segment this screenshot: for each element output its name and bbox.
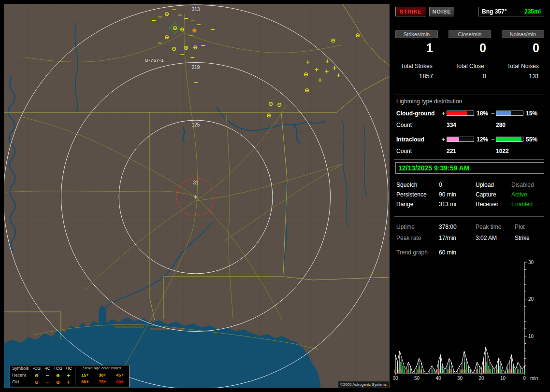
x-tick-label: 20 [478, 376, 484, 381]
cloud-ground-row: Cloud-ground + 18% − 15% [392, 110, 547, 118]
x-tick-label: 50 [414, 376, 420, 381]
total-strikes-label: Total Strikes [395, 63, 438, 70]
total-close-label: Total Close [449, 63, 491, 70]
cg-plus-bar-fill [447, 111, 467, 115]
peak-time-label: Peak time [476, 224, 501, 230]
status-row-1: Uptime 378:00 Peak time Plot [392, 224, 550, 231]
noise-mode-button[interactable]: NOISE [429, 7, 454, 16]
minus-sign: − [491, 136, 494, 143]
legend-symbol: ⊕ [53, 373, 63, 378]
total-close: Total Close 0 [449, 63, 491, 80]
x-tick-label: 60 [393, 376, 398, 381]
intracloud-count-row: Count 221 1022 [392, 148, 547, 155]
ic-minus-pct: 55% [526, 136, 537, 143]
distribution-title: Lightning type distribution [396, 98, 462, 105]
legend-symbol: − [42, 373, 53, 378]
bearing-range: 235mi [524, 7, 544, 16]
total-noises-label: Total Noises [502, 63, 544, 70]
plus-sign: + [442, 110, 445, 117]
divider [394, 107, 544, 107]
x-tick-label: 40 [435, 376, 441, 381]
age-code: 90+ [113, 379, 127, 384]
bearing-readout: Bng 357° 235mi [478, 7, 544, 16]
legend-recent-row: Recent ⊖ − ⊕ + 15+ 30+ 45+ [10, 372, 129, 379]
legend-header-row: Symbols -CG -IC +CG +IC Strike age color… [10, 365, 129, 372]
legend-col-pos-cg: +CG [53, 366, 63, 371]
legend-age-header: Strike age color codes [76, 366, 128, 370]
age-code: 15+ [78, 373, 92, 378]
status-row-2: Peak rate 17/min 3:02 AM Strike [392, 235, 550, 242]
copyright-notice: ©2005 Astrogenic Systems [337, 381, 390, 388]
ic-plus-bar-fill [447, 137, 459, 141]
map-canvas: 31321912531 [4, 4, 390, 388]
x-tick-label: 10 [500, 376, 506, 381]
settings-row-squelch: Squelch 0 Upload Disabled [392, 182, 550, 189]
plot-value: Strike [515, 235, 530, 241]
persistence-value: 90 min [439, 191, 456, 198]
totals-row: Total Strikes 1857 Total Close 0 Total N… [392, 63, 547, 85]
peak-rate-label: Peak rate [396, 235, 421, 241]
trend-graph-window: 60 min [439, 249, 456, 256]
cg-plus-count: 334 [447, 122, 456, 128]
legend-symbol: ⊖ [31, 379, 42, 385]
noises-per-min-value: 0 [502, 41, 544, 55]
control-panel: STRIKE NOISE Bng 357° 235mi Strikes/min … [392, 4, 550, 388]
age-code: 45+ [113, 373, 127, 378]
cg-minus-pct: 15% [526, 110, 537, 117]
trend-graph-header: Trend graph 60 min [392, 249, 547, 257]
nexstorm-app-window: 31321912531 −−−−⊖−−−−⊖⊖⊕−⊖−⊖⊕⊖−−−−−⊖⊖+++… [0, 0, 550, 392]
cg-plus-pct: 18% [477, 110, 488, 117]
squelch-label: Squelch [396, 182, 417, 188]
plus-sign: + [442, 136, 445, 143]
barrier-island [115, 326, 144, 328]
map-legend: Symbols -CG -IC +CG +IC Strike age color… [10, 365, 130, 387]
ic-minus-count: 1022 [496, 148, 509, 154]
plot-label: Plot [515, 224, 525, 230]
divider [394, 95, 544, 95]
strikes-per-min-value: 1 [395, 41, 438, 55]
upload-status: Disabled [511, 182, 534, 188]
legend-recent-label: Recent [12, 373, 26, 378]
persistence-label: Persistence [396, 191, 427, 198]
legend-col-neg-cg: -CG [31, 366, 42, 371]
cg-minus-bar-fill [496, 111, 511, 115]
receiver-label: Receiver [476, 201, 498, 208]
rates-row: Strikes/min 1 Close/min 0 Noises/min 0 [392, 30, 547, 59]
x-tick-label: 30 [457, 376, 463, 381]
cloud-ground-count-row: Count 334 280 [392, 122, 547, 129]
mode-bar: STRIKE NOISE Bng 357° 235mi [392, 7, 547, 17]
receiver-status: Enabled [511, 201, 533, 208]
y-tick-label: 20 [528, 296, 534, 302]
range-ring-label-219: 219 [192, 65, 200, 70]
capture-status: Active [511, 191, 527, 198]
close-per-min-value: 0 [449, 41, 491, 55]
lake [33, 337, 64, 349]
age-code: 30+ [95, 373, 110, 378]
squelch-value: 0 [439, 182, 442, 188]
intracloud-label: Intracloud [396, 136, 424, 143]
count-label: Count [396, 148, 412, 154]
ic-plus-bar [447, 137, 474, 142]
uptime-value: 378:00 [439, 224, 457, 230]
legend-old-label: Old [12, 379, 19, 384]
divider [394, 159, 544, 160]
intracloud-row: Intracloud + 12% − 55% [392, 136, 547, 144]
strike-mode-button[interactable]: STRIKE [395, 7, 426, 16]
close-per-min-label: Close/min [449, 30, 491, 38]
strikes-per-min: Strikes/min 1 [395, 30, 438, 55]
legend-old-row: Old ⊖ − ⊕ + 60+ 75+ 90+ [10, 379, 129, 386]
legend-symbols-header: Symbols [12, 366, 29, 371]
total-strikes: Total Strikes 1857 [395, 63, 438, 80]
trend-graph: 1020306050403020100min [393, 260, 547, 386]
ic-plus-count: 221 [447, 148, 456, 154]
range-ring-label-125: 125 [192, 122, 200, 127]
ic-minus-bar-fill [496, 137, 521, 141]
legend-col-pos-ic: +IC [63, 366, 74, 371]
total-noises: Total Noises 131 [502, 63, 544, 80]
lightning-map[interactable]: 31321912531 −−−−⊖−−−−⊖⊖⊕−⊖−⊖⊕⊖−−−−−⊖⊖+++… [4, 4, 390, 388]
ic-plus-pct: 12% [477, 136, 488, 143]
x-tick-label: 0 [523, 376, 526, 381]
bearing-value: Bng 357° [479, 8, 507, 15]
legend-symbol: + [63, 379, 74, 385]
close-per-min: Close/min 0 [449, 30, 491, 55]
